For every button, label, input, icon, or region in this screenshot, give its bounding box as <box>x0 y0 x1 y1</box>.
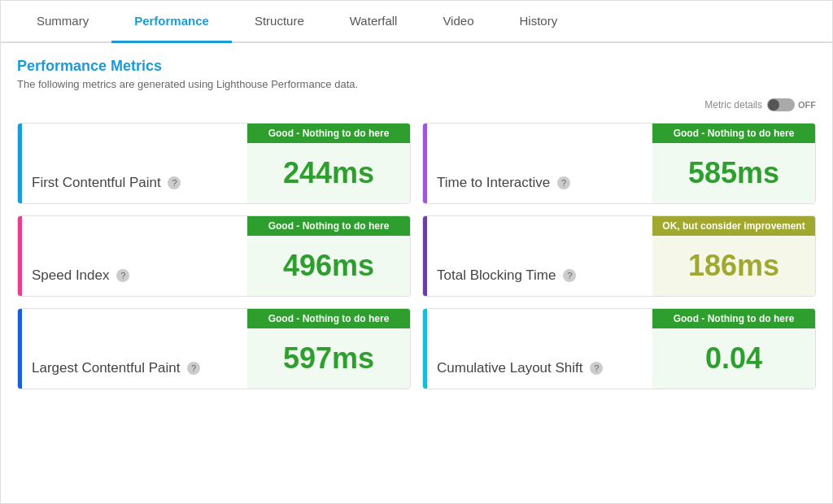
tab-bar: SummaryPerformanceStructureWaterfallVide… <box>1 1 832 43</box>
metric-details-toggle[interactable]: OFF <box>767 98 816 111</box>
metric-value-section-si: Good - Nothing to do here496ms <box>247 216 410 296</box>
tab-video[interactable]: Video <box>420 1 496 43</box>
main-container: SummaryPerformanceStructureWaterfallVide… <box>0 0 833 504</box>
metrics-grid: First Contentful Paint ?Good - Nothing t… <box>17 123 816 389</box>
metric-name-section-lcp: Largest Contentful Paint ? <box>22 309 247 389</box>
section-subtitle: The following metrics are generated usin… <box>17 78 816 90</box>
metric-name-section-si: Speed Index ? <box>22 216 247 296</box>
metric-value-si: 496ms <box>247 236 410 296</box>
metric-value-fcp: 244ms <box>247 143 410 203</box>
metric-name-fcp: First Contentful Paint ? <box>32 174 238 192</box>
metric-name-section-cls: Cumulative Layout Shift ? <box>427 309 652 389</box>
section-title: Performance Metrics <box>17 58 816 75</box>
metric-name-lcp: Largest Contentful Paint ? <box>32 359 238 377</box>
tab-structure[interactable]: Structure <box>232 1 327 43</box>
metric-card-fcp: First Contentful Paint ?Good - Nothing t… <box>17 123 411 204</box>
toggle-knob <box>768 99 779 111</box>
metric-name-si: Speed Index ? <box>32 267 238 285</box>
metric-name-cls: Cumulative Layout Shift ? <box>437 359 643 377</box>
metric-status-tti: Good - Nothing to do here <box>652 124 815 143</box>
metric-help-si[interactable]: ? <box>116 269 129 282</box>
metric-status-cls: Good - Nothing to do here <box>652 309 815 328</box>
metric-inner-lcp: Largest Contentful Paint ?Good - Nothing… <box>22 309 410 389</box>
metric-inner-fcp: First Contentful Paint ?Good - Nothing t… <box>22 124 410 203</box>
metric-status-fcp: Good - Nothing to do here <box>247 124 410 143</box>
metric-name-section-tti: Time to Interactive ? <box>427 124 652 203</box>
metric-help-cls[interactable]: ? <box>590 362 603 375</box>
metric-inner-cls: Cumulative Layout Shift ?Good - Nothing … <box>427 309 815 389</box>
metric-inner-si: Speed Index ?Good - Nothing to do here49… <box>22 216 410 296</box>
metric-card-tbt: Total Blocking Time ?OK, but consider im… <box>422 215 816 297</box>
metric-name-section-fcp: First Contentful Paint ? <box>22 124 247 203</box>
metric-card-cls: Cumulative Layout Shift ?Good - Nothing … <box>422 308 816 389</box>
metric-details-row: Metric details OFF <box>17 98 816 111</box>
metric-help-tbt[interactable]: ? <box>563 269 576 282</box>
metric-value-section-fcp: Good - Nothing to do here244ms <box>247 124 410 203</box>
metric-value-cls: 0.04 <box>652 328 815 389</box>
metric-help-tti[interactable]: ? <box>557 176 570 189</box>
metric-value-section-tbt: OK, but consider improvement186ms <box>652 216 815 296</box>
tab-performance[interactable]: Performance <box>111 1 232 43</box>
metric-value-tbt: 186ms <box>652 236 815 296</box>
metric-details-label: Metric details <box>704 99 762 111</box>
metric-help-fcp[interactable]: ? <box>168 176 181 189</box>
metric-value-section-cls: Good - Nothing to do here0.04 <box>652 309 815 389</box>
metric-value-section-tti: Good - Nothing to do here585ms <box>652 124 815 203</box>
metric-help-lcp[interactable]: ? <box>187 362 200 375</box>
metric-status-si: Good - Nothing to do here <box>247 216 410 236</box>
metric-value-lcp: 597ms <box>247 328 410 389</box>
toggle-track[interactable] <box>767 98 795 111</box>
tab-history[interactable]: History <box>496 1 580 43</box>
metric-name-tbt: Total Blocking Time ? <box>437 267 643 285</box>
metric-status-tbt: OK, but consider improvement <box>652 216 815 236</box>
metric-card-si: Speed Index ?Good - Nothing to do here49… <box>17 215 411 297</box>
tab-waterfall[interactable]: Waterfall <box>327 1 421 43</box>
content-area: Performance Metrics The following metric… <box>1 43 832 404</box>
tab-summary[interactable]: Summary <box>14 1 111 43</box>
metric-value-section-lcp: Good - Nothing to do here597ms <box>247 309 410 389</box>
metric-name-tti: Time to Interactive ? <box>437 174 643 192</box>
metric-status-lcp: Good - Nothing to do here <box>247 309 410 328</box>
metric-card-lcp: Largest Contentful Paint ?Good - Nothing… <box>17 308 411 389</box>
metric-inner-tti: Time to Interactive ?Good - Nothing to d… <box>427 124 815 203</box>
metric-value-tti: 585ms <box>652 143 815 203</box>
metric-card-tti: Time to Interactive ?Good - Nothing to d… <box>422 123 816 204</box>
metric-name-section-tbt: Total Blocking Time ? <box>427 216 652 296</box>
metric-inner-tbt: Total Blocking Time ?OK, but consider im… <box>427 216 815 296</box>
toggle-state-label: OFF <box>798 100 816 110</box>
